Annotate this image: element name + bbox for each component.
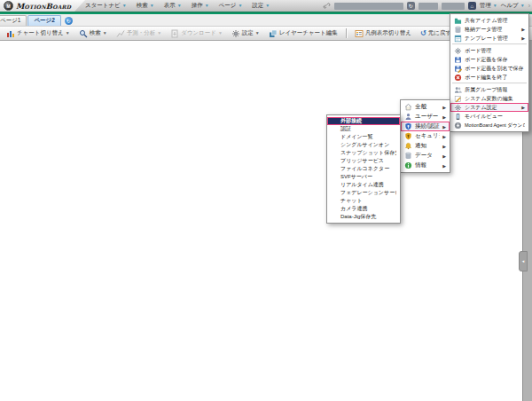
- undo-icon: ↺: [420, 30, 426, 37]
- forecast-analysis-button[interactable]: 予測・分析▼: [113, 28, 165, 39]
- dropdown-caret-icon: ▼: [218, 31, 223, 35]
- menu-item-domain-list[interactable]: ドメイン一覧: [327, 133, 400, 141]
- dropdown-caret-icon: ▼: [103, 31, 107, 35]
- dropdown-caret-icon: ▼: [122, 4, 127, 8]
- info-icon: [404, 161, 412, 169]
- menu-item-snapshot-save-location[interactable]: スナップショット保存先: [327, 149, 400, 157]
- settings-button[interactable]: 設定▼: [228, 28, 263, 39]
- system-settings-gear-icon: [454, 104, 462, 112]
- group-info-icon: [454, 86, 462, 94]
- menu-item-connection-auth[interactable]: 接続/認証▶: [401, 122, 450, 131]
- admin-menu-button[interactable]: 管理▼: [480, 2, 497, 10]
- mobile-view-icon: [454, 113, 462, 121]
- help-menu-button[interactable]: ヘルプ▼: [501, 2, 525, 10]
- menu-search[interactable]: 検索▼: [137, 2, 154, 10]
- submenu-arrow-icon: ▶: [442, 114, 446, 120]
- menu-item-external-connection[interactable]: 外部接続: [327, 117, 400, 125]
- submenu-arrow-icon: ▶: [521, 27, 525, 32]
- menu-item-federation-service[interactable]: フェデレーションサービス: [327, 189, 400, 197]
- dropdown-caret-icon: ▼: [255, 31, 260, 35]
- menu-item-notification[interactable]: 通知▶: [401, 141, 450, 151]
- menu-item-security[interactable]: セキュリティ▶: [401, 131, 450, 141]
- menu-item-data[interactable]: データ▶: [401, 151, 450, 161]
- menu-item-bridge-service[interactable]: ブリッジサービス: [327, 157, 400, 165]
- download-button[interactable]: ダウンロード▼: [167, 28, 226, 39]
- menu-item-datajig-save-location[interactable]: Data-Jig保存先: [327, 213, 400, 221]
- menu-item-shared-items[interactable]: 共有アイテム管理: [450, 16, 528, 25]
- menu-item-system-settings[interactable]: システム設定▶: [450, 103, 528, 112]
- submenu-arrow-icon: ▶: [442, 124, 446, 130]
- dropdown-caret-icon: ▼: [265, 4, 270, 8]
- top-bar: M MotionBoard スタートナビ▼ 検索▼ 表示▼ 操作▼ ページ▼ 設…: [0, 0, 532, 12]
- submenu-arrow-icon: ▶: [521, 35, 525, 41]
- menu-view[interactable]: 表示▼: [164, 2, 182, 10]
- menu-item-agent-download[interactable]: MotionBoard Agent ダウンロード: [450, 121, 528, 130]
- connection-shield-icon: [404, 122, 412, 130]
- menu-item-information[interactable]: 情報▶: [401, 161, 450, 170]
- database-icon: [404, 152, 412, 160]
- menu-item-user[interactable]: ユーザー▶: [401, 112, 450, 122]
- menu-item-mobile-view[interactable]: モバイルビュー: [450, 112, 528, 121]
- logo-orb-icon: M: [4, 1, 13, 11]
- redacted-board-name: [334, 3, 403, 10]
- motionboard-window: M MotionBoard スタートナビ▼ 検索▼ 表示▼ 操作▼ ページ▼ 設…: [0, 0, 532, 401]
- layer-chart-edit-button[interactable]: レイヤーチャート編集: [265, 28, 341, 39]
- menu-item-camera-link[interactable]: カメラ連携: [327, 205, 400, 213]
- menu-item-svf-server[interactable]: SVFサーバー: [327, 173, 400, 181]
- tab-page2[interactable]: ページ2: [27, 15, 60, 26]
- dropdown-caret-icon: ▼: [238, 4, 242, 8]
- settings-gear-icon: [231, 29, 240, 38]
- menu-item-end-board-edit[interactable]: ボード編集を終了: [450, 73, 528, 82]
- save-as-icon: [454, 65, 462, 73]
- menu-item-stored-data[interactable]: 格納データ管理▶: [450, 25, 528, 34]
- menu-item-chat[interactable]: チャット: [327, 197, 400, 205]
- submenu-arrow-icon: ▶: [442, 105, 446, 110]
- stored-data-icon: [454, 26, 462, 34]
- dropdown-caret-icon: ▼: [157, 31, 161, 35]
- home-button-icon[interactable]: ⌂: [468, 2, 476, 10]
- redacted-user-name: [419, 3, 438, 10]
- menu-item-group-info[interactable]: 所属グループ情報: [450, 85, 528, 94]
- user-icon: [404, 113, 412, 121]
- board-manage-gear-icon: [454, 47, 462, 55]
- submenu-arrow-icon: ▶: [442, 134, 446, 139]
- dropdown-caret-icon: ▼: [205, 4, 209, 8]
- menu-item-save-board-as[interactable]: ボード定義を別名で保存: [450, 64, 528, 73]
- link-icon: [323, 2, 331, 10]
- menu-item-single-sign-on[interactable]: シングルサインオン: [327, 141, 400, 149]
- page-refresh-icon[interactable]: ↻: [65, 17, 73, 25]
- home-icon: [404, 103, 412, 111]
- submenu-arrow-icon: ▶: [442, 163, 446, 169]
- refresh-icon[interactable]: ↻: [407, 2, 415, 10]
- admin-dropdown-menu: 共有アイテム管理 格納データ管理▶ テンプレート管理▶ ボード管理 ボード定義を…: [450, 13, 529, 132]
- menu-operation[interactable]: 操作▼: [192, 2, 209, 10]
- legend-toggle-button[interactable]: 凡例表示切り替え: [351, 28, 415, 39]
- dropdown-caret-icon: ▼: [177, 4, 182, 8]
- menu-page[interactable]: ページ▼: [219, 2, 243, 10]
- search-icon: [79, 29, 88, 38]
- menu-item-authentication[interactable]: 認証: [327, 125, 400, 133]
- main-menubar: スタートナビ▼ 検索▼ 表示▼ 操作▼ ページ▼ 設定▼: [85, 0, 270, 12]
- dropdown-caret-icon: ▼: [150, 4, 154, 8]
- app-title: MotionBoard: [16, 2, 71, 11]
- menu-separator: [452, 83, 527, 84]
- tab-page1[interactable]: ページ1: [0, 15, 27, 26]
- menu-settings[interactable]: 設定▼: [252, 2, 270, 10]
- chart-switch-button[interactable]: チャート切り替え▼: [3, 28, 74, 39]
- menu-item-save-board[interactable]: ボード定義を保存: [450, 55, 528, 64]
- menu-start-navi[interactable]: スタートナビ▼: [85, 2, 127, 10]
- menu-item-file-connector[interactable]: ファイルコネクター: [327, 165, 400, 173]
- menu-item-general[interactable]: 全般▶: [401, 102, 450, 112]
- save-icon: [454, 56, 462, 64]
- panel-collapse-icon[interactable]: ◂: [519, 251, 528, 271]
- search-button[interactable]: 検索▼: [75, 28, 111, 39]
- agent-download-icon: [454, 122, 462, 130]
- menu-item-template-manage[interactable]: テンプレート管理▶: [450, 34, 528, 43]
- menu-item-edit-system-variables[interactable]: システム変数の編集: [450, 94, 528, 103]
- legend-toggle-icon: [355, 29, 364, 38]
- forward-arrow-icon[interactable]: ›: [528, 3, 530, 9]
- app-logo: M MotionBoard: [4, 1, 71, 11]
- menu-item-realtime-link[interactable]: リアルタイム連携: [327, 181, 400, 189]
- menu-item-board-manage[interactable]: ボード管理: [450, 46, 528, 55]
- shared-items-icon: [454, 17, 462, 25]
